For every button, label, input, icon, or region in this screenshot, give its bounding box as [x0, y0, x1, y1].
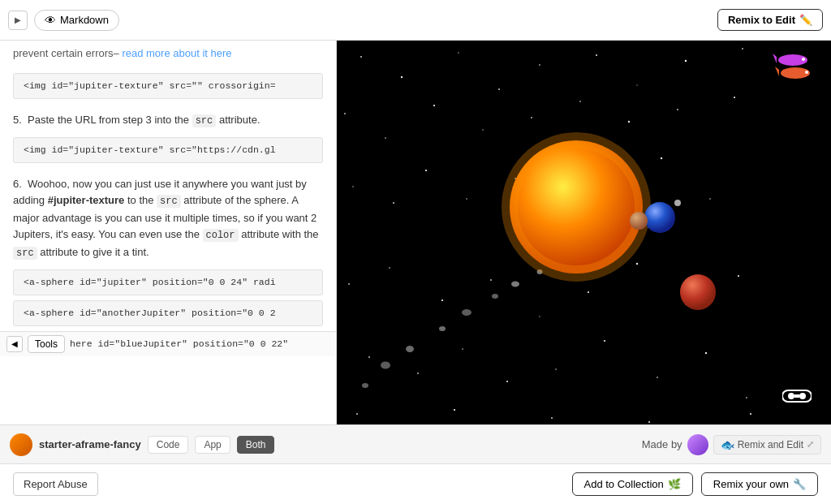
remix-and-edit-badge[interactable]: 🐟 Remix and Edit ⤢	[713, 435, 821, 454]
scene-panel	[337, 41, 831, 424]
svg-point-12	[482, 129, 483, 130]
both-tab-button[interactable]: Both	[237, 436, 275, 454]
svg-point-20	[425, 170, 427, 171]
add-to-collection-button[interactable]: Add to Collection 🌿	[572, 472, 693, 496]
svg-point-14	[579, 101, 581, 102]
svg-point-38	[462, 348, 463, 349]
collection-icon: 🌿	[668, 478, 681, 490]
made-by-section: Made by 🐟 Remix and Edit ⤢	[642, 434, 821, 455]
svg-point-27	[348, 283, 350, 285]
jupiter-texture-bold: #jupiter-texture	[48, 194, 125, 206]
collapse-button[interactable]: ▶	[8, 11, 28, 30]
svg-point-65	[362, 383, 368, 388]
svg-point-25	[661, 157, 662, 159]
fish-logo	[773, 52, 820, 85]
markdown-tab-label: Markdown	[60, 14, 109, 26]
svg-point-49	[551, 417, 553, 419]
svg-point-57	[492, 294, 498, 299]
project-avatar	[10, 433, 32, 456]
svg-point-54	[406, 346, 414, 352]
svg-point-58	[511, 282, 519, 287]
svg-point-26	[709, 198, 710, 199]
scene-canvas	[337, 41, 831, 424]
remix-your-own-label: Remix your own	[713, 478, 789, 490]
svg-point-30	[490, 279, 492, 281]
svg-point-19	[393, 202, 394, 204]
back-arrow-button[interactable]: ◀	[6, 336, 23, 352]
tools-label: Tools	[35, 338, 58, 350]
code-block-3: <a-sphere id="jupiter" position="0 0 24"…	[13, 269, 323, 295]
svg-point-79	[788, 393, 794, 399]
code-block-1: <img id="jupiter-texture" src="" crossor…	[13, 73, 323, 99]
svg-point-1	[401, 76, 403, 78]
app-tab-button[interactable]: App	[195, 436, 230, 454]
markdown-tab[interactable]: 👁 Markdown	[34, 10, 119, 31]
top-bar: ▶ 👁 Markdown Remix to Edit ✏️	[0, 0, 831, 41]
svg-point-21	[466, 198, 467, 199]
pencil-icon: ✏️	[799, 14, 812, 26]
svg-point-3	[498, 88, 500, 90]
svg-point-0	[360, 56, 362, 58]
svg-point-71	[674, 200, 681, 206]
notice-text: prevent certain errors– read more about …	[0, 41, 336, 68]
svg-point-70	[680, 274, 716, 310]
svg-point-69	[630, 212, 648, 230]
remix-your-own-button[interactable]: Remix your own 🔧	[701, 472, 818, 496]
svg-point-33	[636, 263, 638, 265]
svg-point-68	[644, 202, 675, 233]
svg-rect-81	[794, 394, 799, 398]
remix-badge-icon: 🐟	[721, 438, 734, 451]
made-by-avatar	[687, 434, 708, 455]
code-block-5-inline: here id="blueJupiter" position="0 0 22"	[70, 338, 288, 349]
tools-bar: ◀ Tools here id="blueJupiter" position="…	[0, 331, 336, 356]
tools-button[interactable]: Tools	[28, 335, 65, 353]
footer-right: Add to Collection 🌿 Remix your own 🔧	[572, 472, 818, 496]
svg-point-9	[344, 113, 346, 114]
chevron-right-icon: ▶	[15, 15, 21, 24]
svg-point-6	[636, 84, 637, 85]
step-5-text: 5. Paste the URL from step 3 into the sr…	[0, 104, 336, 132]
svg-marker-76	[775, 67, 779, 76]
svg-point-80	[799, 393, 806, 399]
svg-point-41	[604, 340, 605, 342]
src-code-2: src	[157, 195, 181, 208]
svg-point-10	[385, 137, 386, 139]
read-more-link[interactable]: read more about it here	[122, 47, 231, 59]
remix-to-edit-button[interactable]: Remix to Edit ✏️	[717, 9, 823, 31]
svg-point-32	[588, 291, 589, 293]
svg-point-53	[750, 413, 751, 415]
svg-point-17	[734, 97, 735, 98]
src-code-1: src	[192, 114, 217, 127]
svg-point-47	[454, 409, 455, 411]
bottom-bar: starter-aframe-fancy Code App Both Made …	[0, 424, 831, 463]
svg-point-2	[458, 52, 459, 54]
svg-point-28	[389, 267, 390, 269]
svg-point-18	[352, 186, 354, 187]
svg-point-45	[356, 413, 358, 415]
svg-point-64	[381, 362, 390, 369]
svg-point-7	[685, 60, 687, 62]
fish-icon	[773, 52, 820, 81]
svg-point-40	[555, 368, 557, 370]
made-by-label: Made by	[642, 438, 682, 450]
report-abuse-button[interactable]: Report Abuse	[13, 472, 98, 496]
svg-point-29	[441, 299, 443, 301]
code-block-2: <img id="jupiter-texture" src="https://c…	[13, 137, 323, 163]
project-name: starter-aframe-fancy	[39, 438, 141, 450]
svg-point-37	[417, 373, 419, 374]
report-abuse-label: Report Abuse	[24, 478, 88, 490]
eye-icon: 👁	[45, 14, 56, 27]
step-6-text: 6. Woohoo, now you can just use it anywh…	[0, 168, 336, 265]
svg-point-74	[802, 58, 805, 61]
svg-point-43	[705, 352, 707, 354]
main-content: prevent certain errors– read more about …	[0, 41, 831, 424]
svg-marker-73	[773, 54, 777, 63]
svg-point-8	[742, 48, 743, 50]
left-panel: prevent certain errors– read more about …	[0, 41, 337, 424]
vr-button[interactable]	[774, 383, 820, 413]
svg-point-16	[677, 109, 678, 110]
expand-icon: ⤢	[807, 439, 814, 450]
svg-point-51	[648, 421, 650, 423]
svg-point-13	[531, 117, 532, 118]
code-tab-button[interactable]: Code	[148, 436, 189, 454]
